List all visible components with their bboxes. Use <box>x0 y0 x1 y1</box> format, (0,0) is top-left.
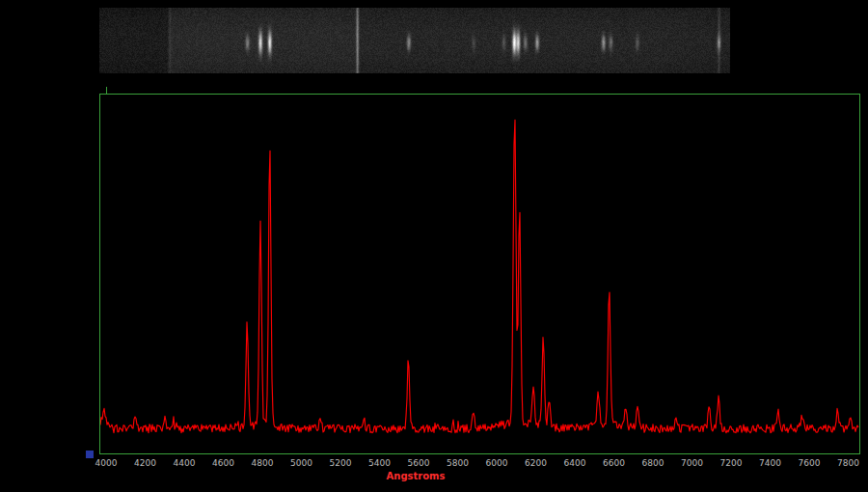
x-tick-label: 7800 <box>829 458 868 469</box>
x-tick-label: 7400 <box>751 458 790 469</box>
x-tick-label: 4200 <box>126 458 165 469</box>
x-tick-label: 7600 <box>790 458 828 469</box>
x-axis-tick-labels: 4000420044004600480050005200540056005800… <box>0 458 868 470</box>
plot-frame <box>99 94 860 454</box>
spectrum-plot-canvas[interactable] <box>100 95 859 453</box>
spectrum-2d-strip-canvas <box>99 8 730 73</box>
x-tick-label: 5600 <box>399 458 438 469</box>
x-tick-label: 6000 <box>477 458 516 469</box>
x-tick-label: 6600 <box>595 458 634 469</box>
x-tick-label: 7200 <box>712 458 750 469</box>
x-tick-label: 4800 <box>243 458 282 469</box>
x-tick-label: 6400 <box>556 458 594 469</box>
x-tick-label: 4000 <box>87 458 125 469</box>
x-tick-label: 6800 <box>634 458 672 469</box>
x-axis-label: Angstroms <box>377 471 454 481</box>
x-tick-label: 5200 <box>321 458 360 469</box>
x-tick-label: 6200 <box>517 458 556 469</box>
x-tick-label: 5000 <box>283 458 321 469</box>
x-tick-label: 5400 <box>361 458 399 469</box>
x-tick-label: 7000 <box>673 458 712 469</box>
x-tick-label: 5800 <box>439 458 477 469</box>
x-tick-label: 4400 <box>165 458 203 469</box>
x-tick-label: 4600 <box>204 458 243 469</box>
axis-origin-marker <box>86 451 94 458</box>
